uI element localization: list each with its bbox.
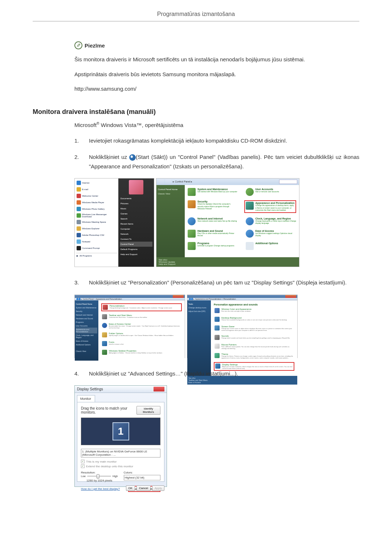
sm-right-item[interactable]: Connect To bbox=[120, 237, 152, 242]
pz-item[interactable]: SoundsChange which sounds are heard when… bbox=[214, 334, 294, 341]
sm-control-panel[interactable]: Control Panel bbox=[120, 242, 152, 247]
cp-sidebar-item[interactable]: Classic View bbox=[158, 192, 183, 196]
sm-item[interactable]: Windows Live Messenger Download bbox=[76, 212, 117, 219]
sm-right-item[interactable]: Pictures bbox=[120, 201, 152, 206]
pz-item[interactable]: Folder OptionsSpecify single- or double-… bbox=[101, 332, 182, 338]
step-list: 1. Ievietojiet rokasgrāmatas komplektāci… bbox=[74, 136, 359, 171]
sm-item[interactable]: Adobe Photoshop CS2 bbox=[76, 232, 117, 238]
cp-sidebar-title: Control Panel Home bbox=[158, 187, 183, 192]
cp-category-system[interactable]: System and MaintenanceGet started with W… bbox=[188, 188, 238, 196]
step-2-text: Noklikšķiniet uz (Start (Sākt)) un "Cont… bbox=[89, 152, 359, 171]
forward-button[interactable] bbox=[165, 179, 171, 184]
sm-right-item[interactable]: Documents bbox=[120, 196, 152, 201]
ok-button[interactable]: OK bbox=[126, 485, 135, 491]
apply-button[interactable]: Apply bbox=[152, 485, 164, 491]
sm-item[interactable]: Windows Meeting Space bbox=[76, 219, 117, 225]
ds-title: Display Settings bbox=[77, 387, 103, 391]
sm-item[interactable]: Welcome Center bbox=[76, 193, 117, 199]
help-link[interactable]: How do I get the best display? bbox=[81, 487, 120, 491]
pz-heading: Personalize appearance and sounds bbox=[214, 303, 294, 306]
cp-category-ease[interactable]: Ease of AccessLet Windows suggest settin… bbox=[246, 230, 297, 238]
cp-category-appearance[interactable]: Appearance and PersonalizationChange the… bbox=[244, 200, 297, 213]
sm-right-item[interactable]: Network bbox=[120, 231, 152, 237]
cp-category-additional[interactable]: Additional Options bbox=[246, 242, 297, 250]
pz-item[interactable]: FontsInstall or remove a font bbox=[101, 340, 182, 347]
user-avatar bbox=[129, 180, 143, 194]
colors-dropdown[interactable]: Highest (32 bit) bbox=[124, 475, 161, 480]
identify-monitors-button[interactable]: Identify Monitors bbox=[136, 406, 160, 415]
step-4-text: Noklikšķiniet uz "Advanced Settings…" (P… bbox=[89, 369, 359, 378]
note-text-3: http://www.samsung.com/ bbox=[74, 84, 359, 94]
ds-drag-text: Drag the icons to match your monitors. bbox=[81, 406, 136, 414]
cp-category-network[interactable]: Network and InternetView network status … bbox=[188, 217, 238, 225]
monitor-dropdown[interactable]: 1. (Multiple Monitors) on NVIDIA GeForce… bbox=[81, 449, 160, 457]
pz-addressbar: 🔵🔵 ▸ Appearance and Personalization > Pe… bbox=[187, 298, 297, 300]
step-4: 4. Noklikšķiniet uz "Advanced Settings…"… bbox=[74, 369, 359, 378]
pz-item[interactable]: Window Color and AppearanceFine tune the… bbox=[214, 307, 294, 314]
pz-item[interactable]: Ease of Access CenterAccommodate low vis… bbox=[101, 322, 182, 329]
sm-right-item[interactable]: Help and Support bbox=[120, 252, 152, 257]
start-menu-right: Documents Pictures Music Games Search Re… bbox=[118, 178, 154, 267]
cp-main: System and MaintenanceGet started with W… bbox=[185, 185, 299, 257]
pz-item[interactable]: Windows Sidebar PropertiesAdd gadgets to… bbox=[101, 349, 182, 356]
control-panel-screenshot: ▸ Control Panel ▸ Control Panel Home Cla… bbox=[156, 178, 299, 267]
ds-tab-monitor[interactable]: Monitor bbox=[77, 395, 95, 402]
sm-item[interactable]: Windows Photo Gallery bbox=[76, 206, 117, 212]
start-orb-icon bbox=[129, 154, 136, 161]
close-icon[interactable] bbox=[154, 387, 164, 391]
pz-personalization[interactable]: PersonalizationChange desktop background… bbox=[101, 303, 182, 311]
step-3-num: 3. bbox=[74, 278, 82, 287]
sm-all-programs[interactable]: ▶ All Programs bbox=[76, 253, 117, 258]
subheading-middle: Windows Vista™ bbox=[99, 122, 142, 128]
cp-category-hardware[interactable]: Hardware and SoundPlay CDs or other medi… bbox=[188, 230, 238, 238]
pz-item[interactable]: ThemeChange the theme. Themes can change… bbox=[214, 352, 294, 360]
search-input[interactable] bbox=[279, 180, 297, 184]
sm-item[interactable]: Notepad bbox=[76, 238, 117, 245]
step-list-3: 3. Noklikšķiniet uz "Personalization" (P… bbox=[74, 278, 359, 287]
sm-right-item[interactable]: Computer bbox=[120, 226, 152, 231]
cp-category-users[interactable]: User AccountsAdd or remove user accounts bbox=[246, 188, 297, 196]
resolution-slider[interactable] bbox=[87, 476, 111, 477]
step-1-text: Ievietojiet rokasgrāmatas komplektācijā … bbox=[89, 136, 359, 145]
page-header: Programmatūras izmantošana bbox=[33, 11, 359, 21]
back-button[interactable] bbox=[158, 179, 164, 184]
monitor-icon[interactable]: 1 bbox=[113, 422, 129, 440]
sm-item[interactable]: Command Prompt bbox=[76, 245, 117, 251]
step-3: 3. Noklikšķiniet uz "Personalization" (P… bbox=[74, 278, 359, 287]
personalization-screenshot: 🔵🔵 ▸ Appearance and Personalization > Pe… bbox=[187, 295, 298, 358]
res-high: High bbox=[113, 475, 118, 477]
pz-item[interactable]: Mouse PointersPick a different mouse poi… bbox=[214, 343, 294, 350]
pz-item[interactable]: Screen SaverChange your screen saver or … bbox=[214, 325, 294, 332]
sm-right-item[interactable]: Music bbox=[120, 206, 152, 211]
monitor-area[interactable]: 1 bbox=[81, 418, 160, 445]
checkbox-main-monitor[interactable]: ✓This is my main monitor bbox=[81, 460, 160, 463]
cp-category-programs[interactable]: ProgramsUninstall a program Change start… bbox=[188, 242, 238, 250]
cp-sidebar: Control Panel Home Classic View bbox=[156, 185, 185, 257]
sm-right-item[interactable]: Search bbox=[120, 216, 152, 221]
sm-item[interactable]: E-mail bbox=[76, 186, 117, 193]
sm-right-item[interactable]: Recent Items bbox=[120, 221, 152, 226]
cp-category-clock[interactable]: Clock, Language, and RegionChange keyboa… bbox=[246, 217, 297, 225]
close-icon[interactable] bbox=[285, 295, 296, 298]
cancel-button[interactable]: Cancel bbox=[136, 485, 151, 491]
screenshot-step-2: Internet E-mail Welcome Center Windows M… bbox=[74, 178, 359, 267]
step-3-text: Noklikšķiniet uz "Personalization" (Pers… bbox=[89, 278, 359, 287]
cp-category-security[interactable]: SecurityCheck for updates Check this com… bbox=[188, 200, 237, 213]
ds-panel: Drag the icons to match your monitors. I… bbox=[77, 402, 164, 482]
sm-item[interactable]: Windows Explorer bbox=[76, 225, 117, 232]
titlebar bbox=[75, 295, 185, 298]
pz-item[interactable]: Taskbar and Start MenuCustomize the Star… bbox=[101, 313, 182, 320]
note-icon bbox=[74, 41, 82, 49]
res-low: Low bbox=[81, 475, 86, 477]
pz-item[interactable]: Desktop BackgroundChoose from available … bbox=[214, 316, 294, 323]
checkbox-extend-desktop[interactable]: ✓Extend the desktop onto this monitor bbox=[81, 464, 160, 468]
step-list-4: 4. Noklikšķiniet uz "Advanced Settings…"… bbox=[74, 369, 359, 378]
sm-item[interactable]: Windows Media Player bbox=[76, 199, 117, 206]
sm-right-item[interactable]: Games bbox=[120, 211, 152, 216]
sm-item[interactable]: Internet bbox=[76, 180, 117, 186]
titlebar bbox=[187, 295, 297, 298]
colors-label: Colors: bbox=[124, 471, 161, 474]
close-icon[interactable] bbox=[173, 295, 184, 298]
sm-right-item[interactable]: Default Programs bbox=[120, 247, 152, 252]
section-heading: Monitora draivera instalēšana (manuāli) bbox=[33, 108, 359, 116]
